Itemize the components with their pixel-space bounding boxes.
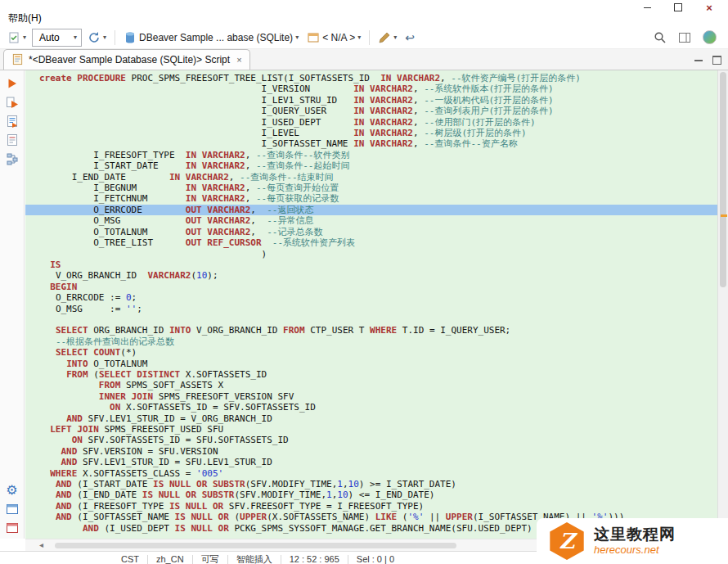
code-token: SFV.LEV1_STUR_ID = SFU.LEV1_STUR_ID xyxy=(77,457,272,467)
code-line[interactable]: O_TOTALNUM OUT VARCHAR2, --记录总条数 xyxy=(25,227,717,237)
scroll-left-icon[interactable]: ◂ xyxy=(39,540,43,549)
code-line[interactable]: FROM SPMS_SOFT_ASSETS X xyxy=(25,380,717,390)
status-divider xyxy=(192,555,193,564)
connection-select[interactable]: DBeaver Sample ... abase (SQLite) ▾ xyxy=(121,29,301,46)
code-line[interactable]: create PROCEDURE PROC_SPMS_FREESOFT_TREE… xyxy=(25,73,717,83)
close-icon: × xyxy=(706,2,712,13)
minimize-button[interactable] xyxy=(631,0,663,15)
vertical-scrollbar-thumb[interactable] xyxy=(720,72,726,287)
code-line[interactable]: I_VERSION IN VARCHAR2, --系统软件版本(打开层的条件) xyxy=(25,83,717,94)
code-token: ) <= I_END_DATE) xyxy=(348,490,435,500)
code-line[interactable]: --根据条件查询出的记录总数 xyxy=(25,336,717,347)
code-line[interactable]: ) xyxy=(25,249,717,259)
code-token: , xyxy=(250,205,267,215)
back-button[interactable]: ↩ xyxy=(402,30,417,45)
status-insert-mode[interactable]: 智能插入 xyxy=(236,552,272,564)
code-line[interactable]: V_ORG_BRANCH_ID VARCHAR2(10); xyxy=(25,270,717,281)
code-line[interactable]: ON SFV.SOFTASSETS_ID = SFU.SOFTASSETS_ID xyxy=(25,435,717,445)
maximize-button[interactable] xyxy=(663,0,694,15)
status-locale[interactable]: zh_CN xyxy=(156,552,184,564)
code-line[interactable]: I_FREESOFT_TYPE IN VARCHAR2, --查询条件--软件类… xyxy=(25,150,717,160)
schema-select[interactable]: < N/A > ▾ xyxy=(304,29,363,46)
vertical-scrollbar[interactable] xyxy=(717,70,728,539)
maximize-view-icon[interactable] xyxy=(712,56,721,65)
code-line[interactable]: I_USED_DEPT IN VARCHAR2, --使用部门(打开层的条件) xyxy=(25,117,717,128)
code-line[interactable]: I_BEGNUM IN VARCHAR2, --每页查询开始位置 xyxy=(25,183,717,193)
search-icon[interactable] xyxy=(654,31,667,44)
export-result-icon[interactable] xyxy=(6,133,19,147)
code-line[interactable]: O_ERRCODE OUT VARCHAR2, --返回状态 xyxy=(25,205,717,215)
code-line[interactable]: FROM (SELECT DISTINCT X.SOFTASSETS_ID xyxy=(25,369,717,380)
code-line[interactable]: I_END_DATE IN VARCHAR2, --查询条件--结束时间 xyxy=(25,172,717,183)
tab-close-icon[interactable]: × xyxy=(236,55,241,65)
code-token: ) >= I_START_DATE) xyxy=(359,479,456,490)
output-panel-icon[interactable] xyxy=(6,503,19,516)
code-token: , xyxy=(343,479,348,490)
code-line[interactable]: AND SFV.VERSION = SFU.VERSION xyxy=(25,446,717,457)
code-line[interactable]: O_TREE_LIST OUT REF_CURSOR --系统软件资产列表 xyxy=(25,237,717,248)
code-line[interactable] xyxy=(25,314,717,325)
status-caret-position[interactable]: 12 : 52 : 965 xyxy=(290,552,339,564)
code-token: create PROCEDURE xyxy=(39,73,132,83)
code-line[interactable]: I_QUERY_USER IN VARCHAR2, --查询列表用户(打开层的条… xyxy=(25,106,717,116)
code-line[interactable]: BEGIN xyxy=(25,282,717,292)
code-token: I_QUERY_USER xyxy=(262,106,354,116)
code-line[interactable]: O_MSG := ''; xyxy=(25,304,717,314)
horizontal-scrollbar-thumb[interactable] xyxy=(55,543,456,548)
close-button[interactable]: × xyxy=(694,0,725,15)
execute-script-icon[interactable] xyxy=(6,115,19,128)
dbeaver-icon[interactable] xyxy=(703,30,717,44)
code-line[interactable]: AND (I_START_DATE IS NULL OR SUBSTR(SFV.… xyxy=(25,479,717,490)
code-line[interactable]: AND (I_END_DATE IS NULL OR SUBSTR(SFV.MO… xyxy=(25,490,717,500)
code-line[interactable]: I_LEV1_STRU_ID IN VARCHAR2, --一级机构代码(打开层… xyxy=(25,95,717,106)
sql-editor[interactable]: create PROCEDURE PROC_SPMS_FREESOFT_TREE… xyxy=(25,70,717,539)
auto-commit-select[interactable]: Auto ▾ xyxy=(32,29,82,47)
refresh-button[interactable]: ▾ xyxy=(85,29,109,46)
menu-help[interactable]: 帮助(H) xyxy=(8,11,42,25)
code-token: OUT VARCHAR2 xyxy=(186,227,250,237)
code-token: || xyxy=(424,512,446,522)
code-token: --异常信息 xyxy=(267,215,313,226)
settings-gear-icon[interactable]: ⚙ xyxy=(6,484,17,497)
commit-mode-button[interactable]: ▾ xyxy=(5,29,29,46)
rename-button[interactable]: ▾ xyxy=(375,29,399,46)
status-timezone[interactable]: CST xyxy=(121,552,139,564)
schema-icon xyxy=(307,31,320,44)
explain-plan-icon[interactable] xyxy=(6,152,19,165)
code-line[interactable]: SELECT COUNT(*) xyxy=(25,347,717,358)
status-divider xyxy=(147,555,148,564)
code-line[interactable]: O_ERRCODE := 0; xyxy=(25,292,717,303)
code-line[interactable]: SELECT ORG_BRANCH_ID INTO V_ORG_BRANCH_I… xyxy=(25,325,717,336)
code-token: FROM xyxy=(283,325,305,336)
code-line[interactable]: WHERE X.SOFTASSETS_CLASS = '005' xyxy=(25,468,717,479)
code-token: WHERE xyxy=(50,468,77,479)
code-line[interactable]: AND SFV.LEV1_STUR_ID = SFU.LEV1_STUR_ID xyxy=(25,457,717,467)
code-line[interactable]: INNER JOIN SPMS_FREESOFT_VERSION SFV xyxy=(25,391,717,402)
minimize-view-icon[interactable] xyxy=(694,60,703,61)
code-token: '005' xyxy=(196,468,223,479)
code-line[interactable]: I_LEVEL IN VARCHAR2, --树层级(打开层的条件) xyxy=(25,128,717,138)
schema-name: < N/A > xyxy=(322,32,355,43)
code-token: SPMS_SOFT_ASSETS X xyxy=(120,380,223,390)
tab-sql-script[interactable]: *<DBeaver Sample Database (SQLite)> Scri… xyxy=(3,49,250,70)
code-token: (I_FREESOFT_TYPE xyxy=(72,501,169,512)
execute-new-tab-icon[interactable] xyxy=(6,96,19,109)
code-line[interactable]: AND (I_FREESOFT_TYPE IS NULL OR SFV.FREE… xyxy=(25,501,717,512)
code-line[interactable]: ON X.SOFTASSETS_ID = SFV.SOFTASSETS_ID xyxy=(25,402,717,413)
code-line[interactable]: I_START_DATE IN VARCHAR2, --查询条件--起始时间 xyxy=(25,160,717,171)
code-token: V_ORG_BRANCH_ID xyxy=(56,270,148,281)
code-line[interactable]: O_MSG OUT VARCHAR2, --异常信息 xyxy=(25,215,717,226)
code-line[interactable]: I_FETCHNUM IN VARCHAR2, --每页获取的记录数 xyxy=(25,193,717,204)
code-line[interactable]: LEFT JOIN SPMS_FREESOFT_USED SFU xyxy=(25,424,717,435)
layout-icon[interactable] xyxy=(678,31,691,44)
code-line[interactable]: I_SOFTASSET_NAME IN VARCHAR2, --查询条件--资产… xyxy=(25,138,717,149)
code-token: LEFT JOIN xyxy=(50,424,99,435)
code-line[interactable]: AND SFV.LEV1_STUR_ID = V_ORG_BRANCH_ID xyxy=(25,413,717,424)
code-token: , xyxy=(440,73,451,83)
code-token: OUT VARCHAR2 xyxy=(186,205,250,215)
execute-statement-icon[interactable] xyxy=(6,77,19,90)
error-log-panel-icon[interactable] xyxy=(6,521,19,535)
code-line[interactable]: INTO O_TOTALNUM xyxy=(25,359,717,369)
code-token: --查询条件--起始时间 xyxy=(256,160,350,171)
code-line[interactable]: IS xyxy=(25,259,717,270)
